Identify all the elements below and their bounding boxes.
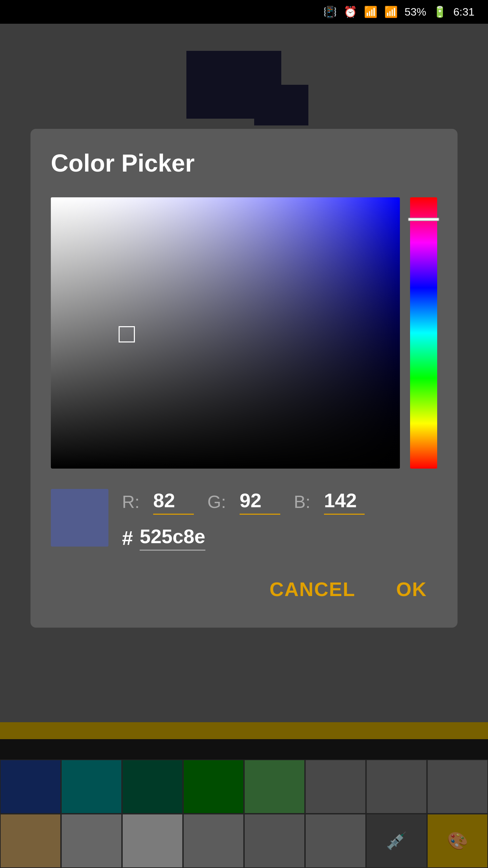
battery-percent: 53% <box>405 6 426 18</box>
alarm-icon: ⏰ <box>344 5 357 18</box>
rgb-row: R: 82 G: 92 B: 142 <box>122 489 437 515</box>
hex-value[interactable]: 525c8e <box>140 525 205 551</box>
g-value[interactable]: 92 <box>240 489 280 515</box>
color-cursor[interactable] <box>119 326 135 342</box>
color-values: R: 82 G: 92 B: 142 # 525c8e <box>51 489 437 551</box>
cancel-button[interactable]: CANCEL <box>259 571 366 607</box>
hex-hash: # <box>122 527 133 549</box>
color-preview <box>51 489 108 547</box>
g-label: G: <box>207 492 226 512</box>
status-bar: 📳 ⏰ 📶 📶 53% 🔋 6:31 <box>0 0 488 24</box>
wifi-icon: 📶 <box>364 5 378 18</box>
hex-row: # 525c8e <box>122 525 437 551</box>
r-label: R: <box>122 492 140 512</box>
signal-icon: 📶 <box>384 5 398 18</box>
b-label: B: <box>294 492 310 512</box>
clock: 6:31 <box>453 6 474 18</box>
color-picker-dialog: Color Picker R: 82 G: 92 B: 142 # 525c8e <box>30 129 458 628</box>
dialog-buttons: CANCEL OK <box>51 571 437 607</box>
color-picker-area <box>51 197 437 469</box>
rgb-section: R: 82 G: 92 B: 142 # 525c8e <box>122 489 437 551</box>
color-gradient[interactable] <box>51 197 400 469</box>
hue-indicator <box>408 218 439 221</box>
vibrate-icon: 📳 <box>323 5 337 18</box>
r-value[interactable]: 82 <box>153 489 194 515</box>
b-value[interactable]: 142 <box>324 489 365 515</box>
hue-slider[interactable] <box>410 197 437 469</box>
ok-button[interactable]: OK <box>386 571 437 607</box>
dialog-title: Color Picker <box>51 149 437 177</box>
battery-icon: 🔋 <box>433 5 447 18</box>
